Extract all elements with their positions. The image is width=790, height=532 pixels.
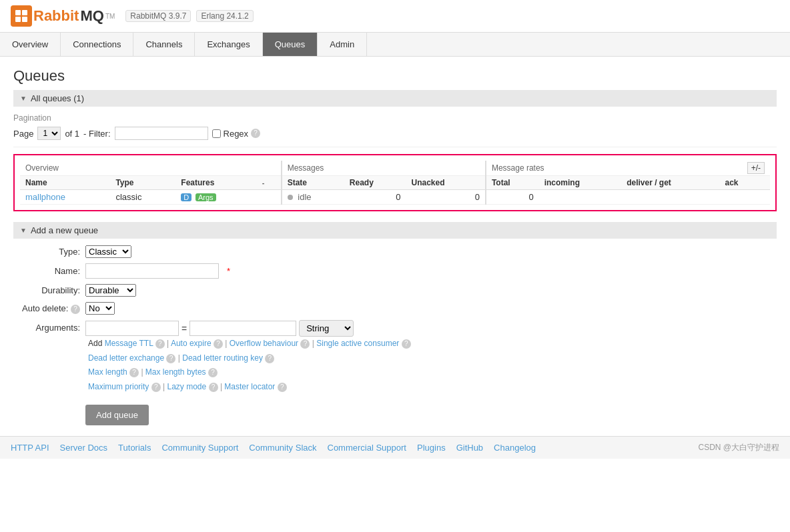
- rabbitmq-version: RabbitMQ 3.9.7: [125, 10, 191, 22]
- master-locator-help[interactable]: ?: [278, 383, 287, 392]
- pm-button[interactable]: +/-: [747, 162, 765, 174]
- auto-delete-row: Auto delete: ? No Yes: [13, 302, 777, 315]
- args-type-select[interactable]: String Number Boolean List: [299, 320, 354, 337]
- page-select[interactable]: 1: [37, 127, 61, 140]
- auto-delete-select[interactable]: No Yes: [85, 302, 115, 315]
- col-type: Type: [110, 176, 175, 190]
- arguments-controls: = String Number Boolean List Add Message…: [85, 320, 411, 394]
- add-label: Add: [88, 339, 105, 348]
- footer-server-docs[interactable]: Server Docs: [60, 443, 108, 453]
- version-info: RabbitMQ 3.9.7 Erlang 24.1.2: [125, 10, 253, 22]
- page-label: Page: [13, 129, 33, 139]
- footer-github[interactable]: GitHub: [456, 443, 483, 453]
- type-row: Type: Classic Quorum: [13, 245, 777, 258]
- args-inputs-row: = String Number Boolean List: [85, 320, 411, 337]
- dead-letter-routing-key-help[interactable]: ?: [265, 354, 274, 363]
- col-unacked: Unacked: [406, 176, 486, 190]
- filter-input[interactable]: [115, 127, 208, 140]
- add-queue-section: Type: Classic Quorum Name: * Durability:…: [13, 245, 777, 425]
- logo-icon: [11, 5, 32, 27]
- header: RabbitMQTM RabbitMQ 3.9.7 Erlang 24.1.2: [0, 0, 790, 33]
- args-key-input[interactable]: [85, 321, 179, 336]
- footer-community-slack[interactable]: Community Slack: [249, 443, 316, 453]
- footer-http-api[interactable]: HTTP API: [11, 443, 49, 453]
- nav-exchanges[interactable]: Exchanges: [195, 33, 262, 56]
- nav-queues[interactable]: Queues: [263, 33, 318, 56]
- logo-mq: MQ: [80, 7, 103, 25]
- args-value-input[interactable]: [189, 321, 296, 336]
- nav-admin[interactable]: Admin: [318, 33, 367, 56]
- args-equals: =: [181, 323, 187, 334]
- overflow-help[interactable]: ?: [300, 339, 310, 349]
- link-dead-letter-routing-key[interactable]: Dead letter routing key: [182, 353, 263, 363]
- table-row: mallphone classic D Args idle 0 0 0: [20, 190, 770, 205]
- queue-name-link[interactable]: mallphone: [25, 192, 65, 202]
- add-queue-header[interactable]: ▼ Add a new queue: [13, 222, 777, 239]
- link-message-ttl[interactable]: Message TTL: [105, 339, 153, 348]
- maximum-priority-help[interactable]: ?: [151, 383, 161, 392]
- name-row: Name: *: [13, 263, 777, 279]
- queue-unacked: 0: [406, 190, 486, 205]
- footer-plugins[interactable]: Plugins: [417, 443, 446, 453]
- link-master-locator[interactable]: Master locator: [224, 382, 275, 391]
- pagination-label: Pagination: [13, 113, 777, 123]
- name-label: Name:: [13, 266, 80, 276]
- col-minus: -: [257, 176, 282, 190]
- name-input[interactable]: [85, 263, 219, 279]
- footer-community-support[interactable]: Community Support: [161, 443, 238, 453]
- regex-label[interactable]: Regex ?: [212, 129, 261, 139]
- max-length-help[interactable]: ?: [129, 368, 139, 377]
- logo-rabbit: Rabbit: [33, 7, 79, 25]
- add-queue-button[interactable]: Add queue: [85, 405, 149, 425]
- message-ttl-help[interactable]: ?: [155, 339, 165, 349]
- footer: HTTP API Server Docs Tutorials Community…: [0, 436, 790, 459]
- auto-delete-help-icon[interactable]: ?: [71, 305, 80, 314]
- nav-overview[interactable]: Overview: [0, 33, 61, 56]
- messages-section-label: Messages: [282, 161, 486, 176]
- pagination-controls: Page 1 of 1 - Filter: Regex ?: [13, 127, 777, 140]
- link-max-length-bytes[interactable]: Max length bytes: [145, 367, 206, 377]
- link-overflow-behaviour[interactable]: Overflow behaviour: [230, 339, 298, 348]
- svg-rect-1: [22, 10, 27, 15]
- nav-connections[interactable]: Connections: [61, 33, 133, 56]
- footer-changelog[interactable]: Changelog: [494, 443, 536, 453]
- lazy-mode-help[interactable]: ?: [209, 383, 218, 392]
- link-lazy-mode[interactable]: Lazy mode: [167, 382, 206, 391]
- footer-credit: CSDN @大白守护进程: [698, 442, 779, 453]
- pagination-section: Pagination Page 1 of 1 - Filter: Regex ?: [13, 107, 777, 147]
- durability-row: Durability: Durable Transient: [13, 284, 777, 297]
- all-queues-header[interactable]: ▼ All queues (1): [13, 90, 777, 107]
- footer-tutorials[interactable]: Tutorials: [118, 443, 151, 453]
- max-length-bytes-help[interactable]: ?: [208, 368, 218, 377]
- feature-args[interactable]: Args: [195, 193, 216, 201]
- logo-tm: TM: [105, 13, 115, 20]
- link-single-active-consumer[interactable]: Single active consumer: [316, 339, 399, 348]
- svg-rect-0: [15, 10, 21, 15]
- auto-expire-help[interactable]: ?: [214, 339, 223, 349]
- col-ack: ack: [719, 176, 770, 190]
- dead-letter-exchange-help[interactable]: ?: [166, 354, 175, 363]
- link-auto-expire[interactable]: Auto expire: [171, 339, 212, 348]
- add-queue-section-label: Add a new queue: [31, 225, 98, 235]
- page-title: Queues: [13, 67, 777, 85]
- svg-rect-2: [15, 17, 21, 22]
- type-select[interactable]: Classic Quorum: [85, 245, 131, 258]
- link-maximum-priority[interactable]: Maximum priority: [88, 382, 149, 391]
- link-dead-letter-exchange[interactable]: Dead letter exchange: [88, 353, 164, 363]
- col-total: Total: [486, 176, 539, 190]
- main-nav: Overview Connections Channels Exchanges …: [0, 33, 790, 57]
- svg-rect-3: [22, 17, 27, 22]
- erlang-version: Erlang 24.1.2: [196, 10, 253, 22]
- link-max-length[interactable]: Max length: [88, 367, 127, 377]
- regex-help-icon[interactable]: ?: [251, 129, 260, 138]
- durability-select[interactable]: Durable Transient: [85, 284, 136, 297]
- content: Queues ▼ All queues (1) Pagination Page …: [0, 57, 790, 436]
- col-incoming: incoming: [539, 176, 622, 190]
- col-name: Name: [20, 176, 110, 190]
- footer-commercial-support[interactable]: Commercial Support: [328, 443, 407, 453]
- nav-channels[interactable]: Channels: [133, 33, 195, 56]
- auto-delete-label: Auto delete: ?: [13, 303, 80, 314]
- regex-checkbox[interactable]: [212, 129, 221, 138]
- durability-label: Durability:: [13, 285, 80, 295]
- single-active-help[interactable]: ?: [402, 339, 411, 349]
